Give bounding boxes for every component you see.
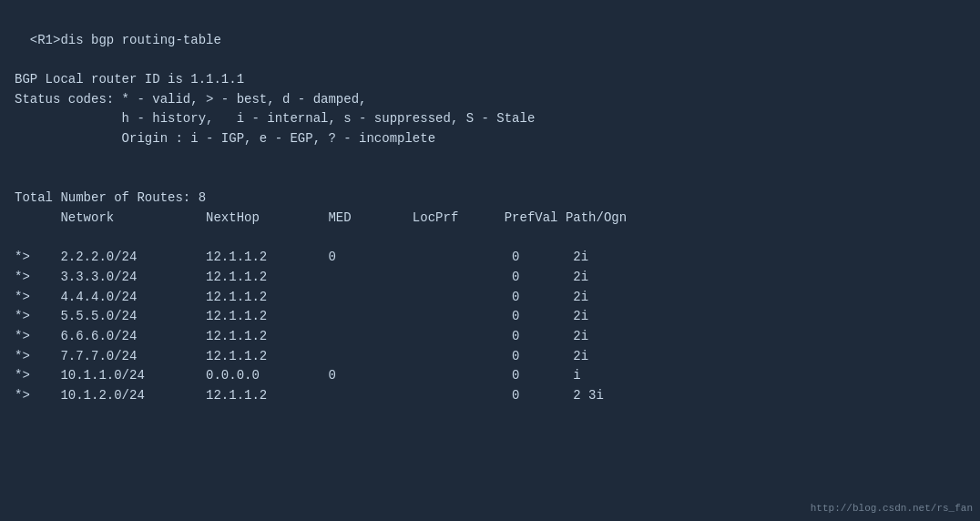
total-routes-line: Total Number of Routes: 8 xyxy=(15,190,206,205)
route-row-0: *> 2.2.2.0/24 12.1.1.2 0 0 2i xyxy=(15,250,588,264)
command-line: <R1>dis bgp routing-table xyxy=(30,33,221,47)
route-row-2: *> 4.4.4.0/24 12.1.1.2 0 2i xyxy=(15,290,588,304)
status-codes-line2: h - history, i - internal, s - suppresse… xyxy=(15,111,535,126)
route-row-1: *> 3.3.3.0/24 12.1.1.2 0 2i xyxy=(15,270,588,284)
blank-line-4 xyxy=(15,230,22,245)
router-id-line: BGP Local router ID is 1.1.1.1 xyxy=(15,72,244,87)
blank-line-3 xyxy=(15,171,22,186)
origin-line: Origin : i - IGP, e - EGP, ? - incomplet… xyxy=(15,131,435,146)
route-row-6: *> 10.1.1.0/24 0.0.0.0 0 0 i xyxy=(15,368,581,383)
route-row-5: *> 7.7.7.0/24 12.1.1.2 0 2i xyxy=(15,349,588,363)
table-header: Network NextHop MED LocPrf PrefVal Path/… xyxy=(15,210,627,225)
blank-line-1 xyxy=(15,52,22,66)
route-row-4: *> 6.6.6.0/24 12.1.1.2 0 2i xyxy=(15,329,588,343)
status-codes-line1: Status codes: * - valid, > - best, d - d… xyxy=(15,92,366,107)
blank-line-2 xyxy=(15,151,22,166)
route-row-3: *> 5.5.5.0/24 12.1.1.2 0 2i xyxy=(15,309,588,323)
terminal-output: <R1>dis bgp routing-table BGP Local rout… xyxy=(15,11,965,406)
watermark: http://blog.csdn.net/rs_fan xyxy=(811,503,973,514)
route-row-7: *> 10.1.2.0/24 12.1.1.2 0 2 3i xyxy=(15,388,604,403)
